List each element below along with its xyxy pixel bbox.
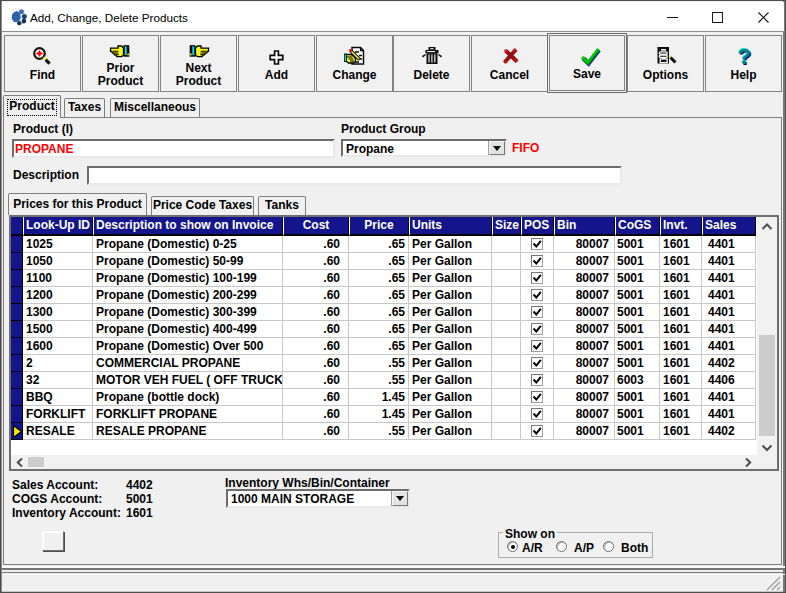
svg-text:?: ? <box>738 44 751 69</box>
